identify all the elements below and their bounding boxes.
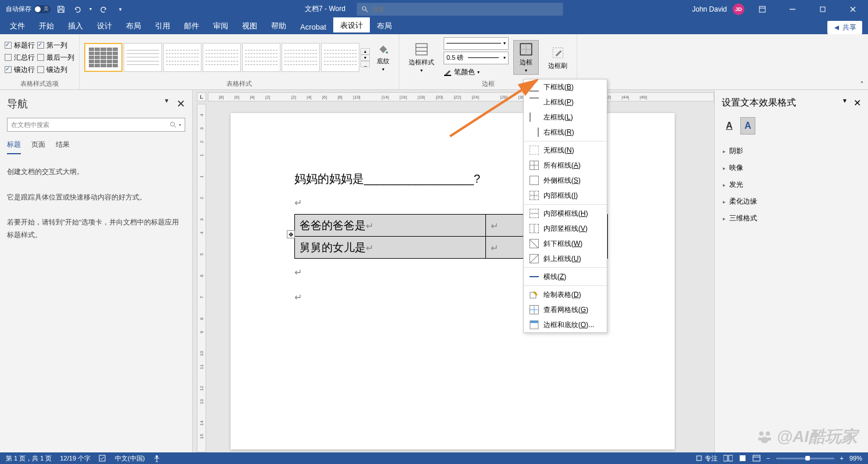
status-accessibility-icon[interactable] — [153, 454, 161, 462]
minimize-icon[interactable] — [780, 0, 805, 18]
page[interactable]: 妈妈的妈妈是_________________? ↵ ✥ 爸爸的爸爸是↵ ↵ 舅… — [230, 113, 675, 449]
right-pane-dropdown-icon[interactable]: ▼ — [842, 97, 848, 108]
text-effects-tab[interactable]: A — [740, 117, 755, 135]
document-area[interactable]: L |8||6||4||2||2||4||6||8||10||14||16||1… — [193, 90, 714, 452]
nav-tab-results[interactable]: 结果 — [56, 140, 70, 154]
mi-diag-up-border[interactable]: 斜上框线(U) — [524, 251, 607, 266]
chk-last-col[interactable]: 最后一列 — [37, 52, 74, 64]
chk-total-row[interactable]: 汇总行 — [5, 52, 35, 64]
nav-close-icon[interactable]: ✕ — [177, 97, 185, 110]
tab-design[interactable]: 设计 — [90, 18, 119, 34]
zoom-out-icon[interactable]: − — [766, 455, 770, 462]
search-input[interactable] — [372, 6, 559, 13]
table-style-6[interactable] — [282, 43, 320, 72]
table-cell[interactable]: 舅舅的女儿是↵ — [295, 237, 486, 259]
user-name[interactable]: John David — [692, 5, 727, 13]
user-avatar[interactable]: JD — [733, 3, 744, 15]
mi-borders-shading-dialog[interactable]: 边框和底纹(O)... — [524, 317, 607, 332]
status-language[interactable]: 中文(中国) — [115, 454, 145, 463]
gallery-up-icon[interactable]: ▴ — [361, 48, 370, 55]
chk-banded-rows[interactable]: 镶边行 — [5, 64, 35, 76]
status-focus[interactable]: 专注 — [696, 454, 718, 463]
tab-table-design[interactable]: 表设计 — [333, 17, 370, 34]
mi-inside-v-border[interactable]: 内部竖框线(V) — [524, 221, 607, 236]
share-button[interactable]: 共享 — [827, 21, 862, 34]
horizontal-ruler[interactable]: |8||6||4||2||2||4||6||8||10||14||16||18|… — [208, 92, 714, 102]
mi-diag-down-border[interactable]: 斜下框线(W) — [524, 236, 607, 251]
mi-all-borders[interactable]: 所有框线(A) — [524, 158, 607, 173]
status-words[interactable]: 12/19 个字 — [60, 454, 91, 463]
undo-icon[interactable] — [71, 3, 83, 15]
view-web-icon[interactable] — [752, 455, 761, 462]
nav-tab-headings[interactable]: 标题 — [7, 140, 21, 154]
mi-no-border[interactable]: 无框线(N) — [524, 143, 607, 158]
nav-dropdown-icon[interactable]: ▼ — [164, 97, 170, 110]
table-style-3[interactable] — [163, 43, 201, 72]
maximize-icon[interactable] — [811, 0, 835, 18]
vertical-ruler[interactable]: 4321123456789101112131415161718192021222… — [197, 104, 206, 452]
ruler-corner[interactable]: L — [197, 92, 206, 102]
redo-icon[interactable] — [98, 3, 110, 15]
status-proofing-icon[interactable] — [99, 454, 107, 462]
tab-layout[interactable]: 布局 — [119, 18, 148, 34]
style-gallery[interactable]: ▴▾⎯ — [84, 43, 370, 72]
zoom-in-icon[interactable]: + — [840, 455, 844, 462]
mi-view-gridlines[interactable]: 查看网格线(G) — [524, 302, 607, 317]
table-style-7[interactable] — [321, 43, 359, 72]
status-page[interactable]: 第 1 页，共 1 页 — [6, 454, 52, 463]
mi-outside-borders[interactable]: 外侧框线(S) — [524, 173, 607, 188]
table-cell[interactable]: 爸爸的爸爸是↵ — [295, 215, 486, 237]
tab-references[interactable]: 引用 — [148, 18, 177, 34]
border-painter-button[interactable]: 边框刷 — [543, 44, 572, 71]
nav-search-input[interactable]: 在文档中搜索 ▾ — [7, 118, 185, 132]
tab-acrobat[interactable]: Acrobat — [293, 20, 333, 34]
right-pane-close-icon[interactable]: ✕ — [853, 97, 861, 108]
table-style-2[interactable] — [124, 43, 162, 72]
mi-draw-table[interactable]: 绘制表格(D) — [524, 287, 607, 302]
undo-more-icon[interactable]: ▾ — [88, 3, 93, 15]
tab-table-layout[interactable]: 布局 — [370, 18, 399, 34]
chk-banded-cols[interactable]: 镶边列 — [37, 64, 74, 76]
mi-bottom-border[interactable]: 下框线(B) — [524, 79, 607, 95]
border-styles-button[interactable]: 边框样式▾ — [404, 41, 439, 74]
mi-horizontal-line[interactable]: 横线(Z) — [524, 269, 607, 284]
text-fill-tab[interactable]: A — [722, 117, 737, 135]
rp-softedges[interactable]: 柔化边缘 — [722, 193, 861, 210]
rp-shadow[interactable]: 阴影 — [722, 143, 861, 160]
line-style-combo[interactable]: ▾ — [444, 37, 509, 50]
collapse-ribbon-icon[interactable]: ˄ — [860, 81, 863, 87]
tab-review[interactable]: 审阅 — [206, 18, 235, 34]
tab-mailings[interactable]: 邮件 — [177, 18, 206, 34]
chk-first-col[interactable]: 第一列 — [37, 39, 74, 52]
pen-color-button[interactable]: 笔颜色▾ — [444, 66, 509, 78]
line-weight-combo[interactable]: 0.5 磅▾ — [444, 52, 509, 64]
mi-inside-h-border[interactable]: 内部横框线(H) — [524, 206, 607, 221]
tab-help[interactable]: 帮助 — [264, 18, 293, 34]
nav-search-more-icon[interactable]: ▾ — [179, 122, 181, 128]
gallery-scroll[interactable]: ▴▾⎯ — [361, 48, 370, 67]
chk-header-row[interactable]: 标题行 — [5, 39, 35, 52]
rp-reflection[interactable]: 映像 — [722, 160, 861, 176]
table-style-1[interactable] — [84, 43, 123, 72]
search-box[interactable] — [357, 3, 563, 16]
mi-left-border[interactable]: 左框线(L) — [524, 110, 607, 125]
borders-button[interactable]: 边框▾ — [513, 40, 539, 75]
tab-view[interactable]: 视图 — [235, 18, 264, 34]
mi-inside-borders[interactable]: 内部框线(I) — [524, 188, 607, 203]
tab-file[interactable]: 文件 — [3, 18, 32, 34]
mi-right-border[interactable]: 右框线(R) — [524, 125, 607, 140]
view-read-icon[interactable] — [723, 455, 733, 462]
close-icon[interactable] — [841, 0, 865, 18]
save-icon[interactable] — [55, 3, 67, 15]
view-print-icon[interactable] — [739, 455, 747, 462]
shading-button[interactable]: 底纹▾ — [372, 42, 394, 73]
gallery-down-icon[interactable]: ▾ — [361, 55, 370, 61]
nav-tab-pages[interactable]: 页面 — [31, 140, 45, 154]
zoom-slider[interactable] — [776, 458, 834, 459]
autosave-toggle[interactable]: 自动保存 关 — [6, 5, 51, 13]
ribbon-mode-icon[interactable] — [750, 0, 775, 18]
table-move-handle[interactable]: ✥ — [287, 230, 295, 238]
zoom-level[interactable]: 99% — [849, 455, 862, 462]
tab-insert[interactable]: 插入 — [61, 18, 90, 34]
gallery-more-icon[interactable]: ⎯ — [361, 61, 370, 67]
